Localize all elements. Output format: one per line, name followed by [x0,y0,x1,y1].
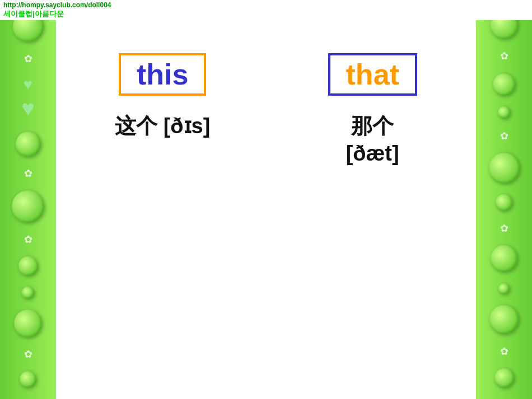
cross-deco-left-2: ✿ [24,167,32,180]
this-definition: 这个 [ðɪs] [115,112,210,140]
bubble-left-2 [16,132,41,157]
heart-group-left: ♥ ♥ [21,76,35,121]
site-name: 세이클럽|아름다운 [3,9,529,19]
heart-left-2: ♥ [21,96,35,121]
that-chinese: 那个 [351,114,394,138]
this-phonetic: [ðɪs] [164,114,211,138]
cross-deco-right-3: ✿ [500,222,508,234]
main-content: this 这个 [ðɪs] that 那个 [ðæt] [56,25,476,399]
bubble-left-6 [14,309,42,337]
words-row: this 这个 [ðɪs] that 那个 [ðæt] [56,53,476,168]
cross-deco-left-1: ✿ [24,53,32,65]
heart-left-1: ♥ [24,76,33,93]
bubble-right-6 [491,245,517,272]
that-phonetic: [ðæt] [346,142,399,165]
cross-deco-left-4: ✿ [24,348,32,360]
left-panel: ✿ ♥ ♥ ✿ ✿ ✿ [0,0,56,399]
bubble-left-7 [20,371,36,388]
this-word-label: this [137,58,188,91]
url-text: http://hompy.sayclub.com/doll004 [3,1,529,9]
bubble-right-3 [498,106,510,119]
bubble-right-5 [496,194,512,211]
cross-deco-left-3: ✿ [24,233,32,246]
bubble-right-4 [489,153,520,184]
bubble-left-4 [18,256,38,276]
that-block: that 那个 [ðæt] [328,53,417,168]
that-definition: 那个 [ðæt] [346,112,399,168]
that-word-box: that [328,53,417,96]
cross-deco-right-4: ✿ [500,345,508,358]
top-bar: http://hompy.sayclub.com/doll004 세이클럽|아름… [0,0,532,20]
this-word-box: this [119,53,206,96]
bubble-right-9 [494,368,514,388]
that-word-label: that [346,58,399,91]
this-chinese: 这个 [115,114,157,138]
bubble-right-2 [493,73,515,96]
bubble-right-7 [498,283,510,294]
bubble-left-3 [12,190,44,223]
cross-deco-right-1: ✿ [500,50,508,62]
cross-deco-right-2: ✿ [500,130,508,142]
bubble-right-8 [489,305,519,334]
this-block: this 这个 [ðɪs] [115,53,210,140]
right-panel: ✿ ✿ ✿ ✿ [476,0,532,399]
bubble-left-5 [22,287,34,299]
